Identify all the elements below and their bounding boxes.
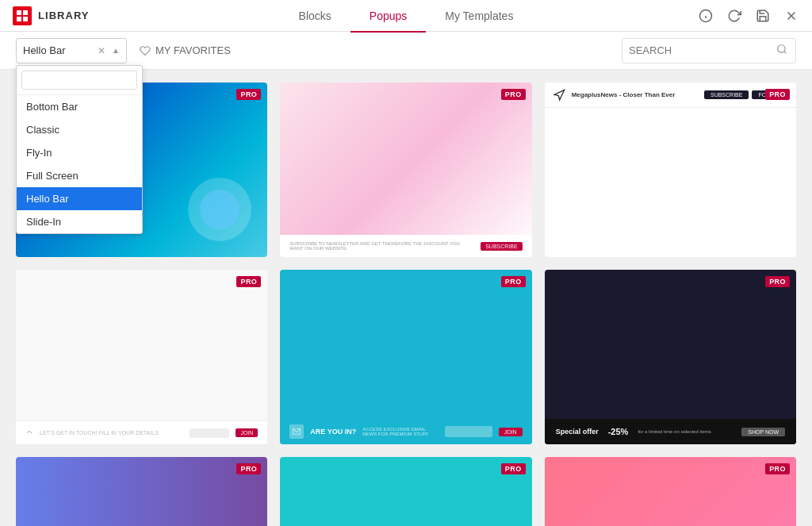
dropdown-search-input[interactable]: [21, 71, 137, 90]
favorites-label: MY FAVORITES: [155, 44, 231, 56]
search-icon: [776, 44, 787, 58]
template-card[interactable]: MegaplusNews - Closer Than Ever SUBSCRIB…: [545, 83, 796, 257]
heart-icon: [140, 45, 151, 56]
header: LIBRARY Blocks Popups My Templates: [0, 0, 812, 32]
template-preview-white-bar: LET'S GET IN TOUCH! FILL IN YOUR DETAILS…: [16, 270, 267, 444]
card3-logo-text: MegaplusNews - Closer Than Ever: [572, 91, 676, 98]
elementor-icon: [17, 10, 28, 21]
logo: LIBRARY: [13, 6, 140, 25]
logo-icon: [13, 6, 32, 25]
filter-arrow-icon: ▲: [112, 46, 120, 55]
template-card[interactable]: SUBSCRIBE TO NEWSLETTER AND GET THEREFOR…: [280, 83, 531, 257]
pro-badge: PRO: [765, 276, 790, 287]
tab-popups[interactable]: Popups: [350, 1, 426, 33]
card4-btn: JOIN: [236, 428, 258, 437]
card4-bar-text: LET'S GET IN TOUCH! FILL IN YOUR DETAILS: [40, 430, 183, 436]
circle-decoration-2: [200, 190, 239, 229]
template-card[interactable]: LET'S GET IN TOUCH! FILL IN YOUR DETAILS…: [16, 270, 267, 444]
template-preview-pink2: Summer Rush THERE IS A NEW FLAVOUR IN TO…: [545, 457, 796, 526]
template-card[interactable]: Summer Rush THERE IS A NEW FLAVOUR IN TO…: [545, 457, 796, 526]
info-icon[interactable]: [698, 8, 714, 24]
pro-badge: PRO: [501, 463, 526, 474]
template-card[interactable]: This website uses cookies to ensure you …: [16, 457, 267, 526]
pro-badge: PRO: [236, 463, 261, 474]
dropdown-item-full-screen[interactable]: Full Screen: [17, 164, 142, 187]
svg-rect-3: [23, 17, 28, 21]
logo-text: LIBRARY: [38, 10, 90, 21]
template-card[interactable]: GET OUR WEATHER APP App Store Play Store: [280, 457, 531, 526]
search-box: [622, 38, 796, 63]
refresh-icon[interactable]: [726, 8, 742, 24]
dropdown-item-slide-in[interactable]: Slide-In: [17, 210, 142, 233]
card5-input: [445, 426, 492, 437]
card6-btn: SHOP NOW: [741, 428, 785, 436]
app-container: LIBRARY Blocks Popups My Templates: [0, 0, 812, 526]
save-icon[interactable]: [755, 8, 771, 24]
card6-special: Special offer: [556, 428, 599, 436]
template-preview-pink: SUBSCRIBE TO NEWSLETTER AND GET THEREFOR…: [280, 83, 531, 257]
dropdown-item-fly-in[interactable]: Fly-In: [17, 141, 142, 164]
svg-point-9: [778, 44, 785, 52]
dropdown-item-hello-bar[interactable]: Hello Bar: [17, 187, 142, 210]
template-preview-purple: This website uses cookies to ensure you …: [16, 457, 267, 526]
nav-tabs: Blocks Popups My Templates: [140, 0, 672, 32]
card2-bar-text: SUBSCRIBE TO NEWSLETTER AND GET THEREFOR…: [289, 241, 474, 251]
template-preview-white: MegaplusNews - Closer Than Ever SUBSCRIB…: [545, 83, 796, 257]
filter-select-button[interactable]: Hello Bar ✕ ▲: [16, 38, 127, 63]
tab-my-templates[interactable]: My Templates: [426, 1, 532, 33]
card4-hello-bar: LET'S GET IN TOUCH! FILL IN YOUR DETAILS…: [16, 420, 267, 444]
svg-rect-2: [17, 17, 21, 21]
dropdown-item-classic[interactable]: Classic: [17, 118, 142, 141]
pro-badge: PRO: [765, 89, 790, 100]
card6-desc: for a limited time on selected items: [638, 429, 732, 434]
header-actions: [672, 8, 799, 24]
pro-badge: PRO: [501, 276, 526, 287]
card3-top-bar: MegaplusNews - Closer Than Ever SUBSCRIB…: [545, 83, 796, 108]
arrow-icon: [25, 429, 33, 437]
pro-badge: PRO: [765, 463, 790, 474]
template-preview-dark: Special offer -25% for a limited time on…: [545, 270, 796, 444]
megaphone-icon: [553, 89, 565, 102]
card5-title: ARE YOU IN?: [310, 428, 356, 436]
svg-rect-1: [23, 10, 28, 15]
card6-discount: -25%: [608, 427, 629, 436]
filter-clear-button[interactable]: ✕: [98, 45, 105, 56]
svg-rect-0: [17, 10, 21, 15]
close-icon[interactable]: [783, 8, 799, 24]
template-preview-teal2: GET OUR WEATHER APP App Store Play Store: [280, 457, 531, 526]
favorites-button[interactable]: MY FAVORITES: [140, 44, 231, 56]
dropdown-search-wrap: [17, 66, 142, 95]
search-input[interactable]: [629, 44, 772, 56]
card2-btn: SUBSCRIBE: [481, 242, 522, 251]
dropdown-item-bottom-bar[interactable]: Bottom Bar: [17, 95, 142, 118]
filter-selected-value: Hello Bar: [23, 44, 91, 56]
card5-subtitle: ACCESS EXCLUSIVE EMAIL NEWS FOR PREMIUM …: [362, 427, 439, 436]
toolbar: Hello Bar ✕ ▲ Bottom Bar Classic Fly-In …: [0, 32, 812, 70]
tab-blocks[interactable]: Blocks: [280, 1, 350, 33]
card5-bar: ARE YOU IN? ACCESS EXCLUSIVE EMAIL NEWS …: [280, 419, 531, 444]
pro-badge: PRO: [236, 276, 261, 287]
template-preview-teal: ARE YOU IN? ACCESS EXCLUSIVE EMAIL NEWS …: [280, 270, 531, 444]
template-card[interactable]: Special offer -25% for a limited time on…: [545, 270, 796, 444]
filter-dropdown-menu: Bottom Bar Classic Fly-In Full Screen He…: [16, 65, 143, 234]
pro-badge: PRO: [236, 89, 261, 100]
pro-badge: PRO: [501, 89, 526, 100]
svg-line-10: [784, 51, 787, 53]
card4-input: [190, 428, 229, 438]
card6-bar: Special offer -25% for a limited time on…: [545, 419, 796, 444]
card5-envelope-icon: [289, 424, 304, 439]
card5-btn: JOIN: [499, 428, 523, 436]
card3-btn-1: SUBSCRIBE: [704, 90, 749, 99]
filter-dropdown: Hello Bar ✕ ▲ Bottom Bar Classic Fly-In …: [16, 38, 127, 63]
template-card[interactable]: ARE YOU IN? ACCESS EXCLUSIVE EMAIL NEWS …: [280, 270, 531, 444]
